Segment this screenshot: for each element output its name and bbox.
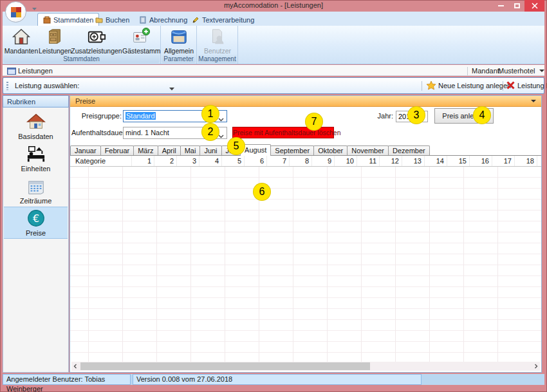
month-tab-januar[interactable]: Januar [70, 145, 101, 155]
leistungen-button[interactable]: Leistungen [39, 27, 71, 55]
window-close-button[interactable] [524, 0, 544, 12]
status-bar: Angemeldeter Benutzer: Tobias Weinberger… [3, 374, 544, 385]
tab-textverarbeitung[interactable]: Textverarbeitung [187, 14, 259, 26]
leistung-loeschen-button[interactable]: Leistung löschen [517, 82, 547, 89]
annotation-circle-4: 4 [473, 106, 491, 124]
buchen-tab-icon [95, 16, 103, 24]
day-column-header: 7 [267, 156, 290, 166]
ribbon-group-label: Parameter [162, 55, 196, 63]
month-tab-april[interactable]: April [158, 145, 181, 155]
panel-collapse-icon[interactable] [531, 100, 536, 102]
cabinet-icon [45, 27, 64, 46]
kategorie-column-header: Kategorie [70, 156, 132, 166]
day-column-header: 19 [537, 156, 541, 166]
title-bar: myAccomodation - [Leistungen] [0, 0, 547, 12]
day-column-header: 9 [312, 156, 335, 166]
sidebar-item-label: Basisdaten [18, 133, 53, 140]
tab-buchen[interactable]: Buchen [90, 14, 134, 26]
sidebar-item-einheiten[interactable]: Einheiten [4, 142, 68, 174]
einheiten-bed-icon [26, 144, 46, 163]
sidebar-item-basisdaten[interactable]: Basisdaten [4, 110, 68, 142]
day-column-header: 17 [492, 156, 515, 166]
button-label: Leistungen [39, 47, 71, 55]
tab-label: Abrechnung [149, 16, 187, 24]
window-minimize-button[interactable] [493, 0, 508, 12]
sidebar-item-preise[interactable]: € Preise [4, 207, 68, 239]
scroll-left-icon[interactable] [72, 363, 79, 369]
month-tab-september[interactable]: September [270, 145, 314, 155]
close-icon [532, 3, 538, 9]
toolbar-grip-icon[interactable] [6, 82, 8, 90]
mandant-select-value[interactable]: Musterhotel [498, 67, 535, 75]
month-tab-mai[interactable]: Mai [180, 145, 201, 155]
gaestestamm-button[interactable]: Gästestamm [122, 27, 160, 55]
aufenthaltsdauer-label: Aufenthaltsdauer: [71, 129, 122, 136]
tab-abrechnung[interactable]: Abrechnung [134, 14, 192, 26]
briefcase-icon [169, 27, 189, 46]
annotation-circle-3: 3 [407, 106, 425, 124]
stammdaten-tab-icon [43, 16, 51, 24]
sidebar-item-zeitraeume[interactable]: Zeiträume [4, 174, 68, 207]
divider [467, 67, 468, 75]
month-tab-juni[interactable]: Juni [199, 145, 221, 155]
day-column-header: 5 [222, 156, 245, 166]
app-menu-button[interactable] [5, 1, 26, 23]
leistung-combo-dropdown-icon[interactable] [169, 84, 174, 92]
delete-x-icon [506, 81, 515, 91]
annotation-circle-5: 5 [227, 137, 245, 155]
price-grid-body [70, 167, 541, 362]
house-icon [12, 27, 31, 46]
benutzer-button: Benutzer [198, 27, 237, 55]
neue-leistung-anlegen-button[interactable]: Neue Leistung anlegen [438, 82, 511, 89]
ribbon-group-label: Stammdaten [3, 55, 160, 63]
horizontal-scrollbar[interactable] [71, 362, 540, 371]
button-label: Allgemein [162, 47, 196, 55]
ribbon-tab-strip: Stammdaten Buchen Abrechnung Textverarbe… [3, 12, 544, 26]
preisgruppe-value: Standard [125, 112, 156, 120]
ribbon-group-stammdaten: Mandanten Leistungen Zusatzleistungen Gä… [3, 26, 161, 64]
logged-in-user-status: Angemeldeter Benutzer: Tobias Weinberger [3, 374, 131, 385]
ribbon-group-label: Management [198, 55, 237, 63]
month-tab-maerz[interactable]: März [133, 145, 158, 155]
preise-panel: Preise Preisgruppe: Standard Aufenthalts… [70, 95, 542, 373]
window-title: myAccomodation - [Leistungen] [0, 1, 547, 9]
ribbon-group-parameter: Allgemein Parameter [161, 26, 197, 64]
aufenthaltsdauer-value: mind. 1 Nacht [125, 129, 169, 136]
day-column-header: 3 [177, 156, 199, 166]
zusatzleistungen-button[interactable]: Zusatzleistungen [71, 27, 122, 55]
day-column-header: 2 [154, 156, 177, 166]
abrechnung-tab-icon [139, 16, 147, 24]
mandant-label: Mandant: [472, 67, 501, 75]
mandanten-button[interactable]: Mandanten [4, 27, 39, 55]
app-logo-icon [11, 7, 21, 17]
window-maximize-button[interactable] [509, 0, 524, 12]
month-tab-oktober[interactable]: Oktober [313, 145, 348, 155]
ribbon: Mandanten Leistungen Zusatzleistungen Gä… [3, 26, 544, 64]
month-tab-februar[interactable]: Februar [100, 145, 134, 155]
sidebar-header: Rubriken [3, 95, 69, 107]
price-grid-header: Kategorie 1 2 3 4 5 6 7 8 9 10 11 12 13 … [70, 156, 541, 167]
annotation-circle-2: 2 [201, 123, 219, 141]
basisdaten-house-icon [26, 112, 46, 131]
preise-panel-header: Preise [70, 96, 541, 107]
annotation-circle-7: 7 [305, 113, 323, 131]
sidebar-item-label: Zeiträume [20, 197, 52, 205]
day-column-header: 1 [132, 156, 154, 166]
day-column-header: 4 [199, 156, 222, 166]
tab-label: Buchen [106, 16, 129, 24]
leistung-select-label: Leistung auswählen: [15, 82, 79, 89]
quick-access-arrow-icon[interactable] [32, 5, 37, 12]
tab-label: Stammdaten [53, 16, 93, 24]
scrollbar-thumb[interactable] [80, 362, 370, 370]
version-status: Version 0.008 vom 27.06.2018 [133, 374, 422, 385]
month-tab-november[interactable]: November [347, 145, 389, 155]
ribbon-group-management: Benutzer Management [197, 26, 238, 64]
month-tab-dezember[interactable]: Dezember [388, 145, 430, 155]
rubriken-sidebar: Rubriken Basisdaten Einheiten Zeiträume … [3, 95, 69, 373]
button-label: Benutzer [198, 47, 237, 55]
allgemein-button[interactable]: Allgemein [162, 27, 196, 55]
scroll-right-icon[interactable] [533, 363, 539, 369]
wallet-icon [87, 27, 106, 46]
day-column-header: 13 [402, 156, 425, 166]
mandant-dropdown-icon[interactable] [539, 70, 544, 72]
